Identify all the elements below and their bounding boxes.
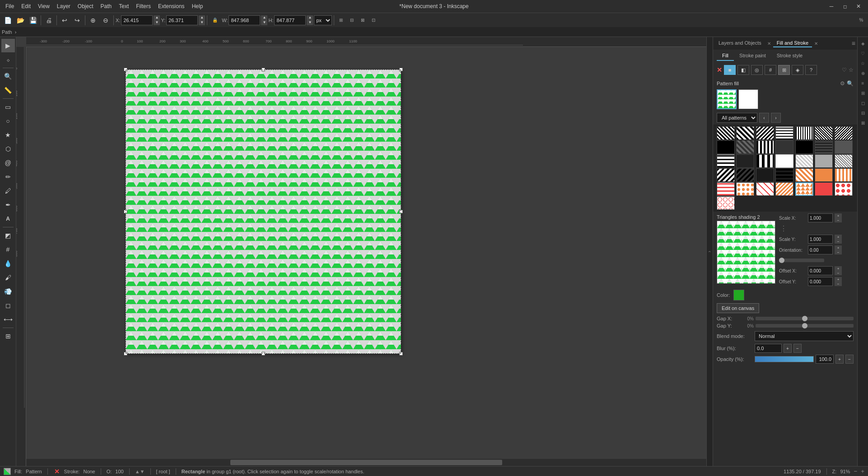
- menu-layer[interactable]: Layer: [53, 2, 74, 10]
- pattern-swatch-14[interactable]: [835, 140, 853, 154]
- pattern-swatch-5[interactable]: [795, 126, 813, 140]
- blank-pattern-preview[interactable]: [738, 89, 758, 109]
- rs-btn-6[interactable]: ⊞: [859, 88, 868, 97]
- opacity-stepper[interactable]: ▲▼: [135, 469, 145, 474]
- scale-x-up[interactable]: +: [835, 213, 842, 218]
- pattern-swatch-red-dots[interactable]: [835, 182, 853, 196]
- offset-y-input[interactable]: [808, 277, 833, 286]
- pattern-swatch-30[interactable]: [736, 182, 754, 196]
- pencil-tool[interactable]: ✏: [1, 170, 15, 184]
- scale-y-input[interactable]: [808, 235, 833, 244]
- h-down-button[interactable]: ▼: [307, 20, 313, 25]
- text-tool[interactable]: A: [1, 212, 15, 226]
- unit-select[interactable]: pxmmin: [314, 15, 332, 25]
- mesh-tool[interactable]: #: [1, 243, 15, 256]
- pattern-swatch-3[interactable]: [756, 126, 774, 140]
- horizontal-scrollbar[interactable]: [26, 459, 706, 466]
- fill-tab-stroke-paint[interactable]: Stroke paint: [734, 51, 771, 61]
- gap-y-slider[interactable]: [756, 324, 854, 328]
- scale-y-up[interactable]: +: [835, 235, 842, 239]
- pattern-search-button[interactable]: 🔍: [847, 80, 854, 87]
- pattern-swatch-25[interactable]: [775, 168, 793, 182]
- fill-tab-stroke-style[interactable]: Stroke style: [771, 51, 808, 61]
- undo-button[interactable]: ↩: [59, 14, 70, 26]
- pattern-swatch-10[interactable]: [756, 140, 774, 154]
- h-up-button[interactable]: ▲: [307, 15, 313, 20]
- menu-file[interactable]: File: [2, 2, 18, 10]
- pattern-swatch-13[interactable]: [815, 140, 833, 154]
- spray-tool[interactable]: 💨: [1, 285, 15, 298]
- zoom-out-button[interactable]: ⊖: [100, 14, 112, 26]
- scale-y-down[interactable]: −: [835, 239, 842, 244]
- y-up-button[interactable]: ▲: [199, 15, 205, 20]
- dropper-tool[interactable]: 💧: [1, 257, 15, 270]
- scrollbar-thumb[interactable]: [230, 460, 502, 465]
- opacity-bar[interactable]: [755, 356, 814, 362]
- edit-on-canvas-button[interactable]: Edit on canvas: [717, 303, 759, 313]
- opacity-up[interactable]: +: [835, 355, 844, 364]
- menu-extensions[interactable]: Extensions: [154, 2, 188, 10]
- pattern-swatch-2[interactable]: [736, 126, 754, 140]
- x-input[interactable]: [121, 15, 153, 25]
- w-input[interactable]: [229, 15, 260, 25]
- pattern-swatch-red-solid[interactable]: [815, 182, 833, 196]
- pattern-swatch-4[interactable]: [775, 126, 793, 140]
- patterns-next-button[interactable]: ›: [771, 113, 781, 123]
- pattern-swatch-red-circles[interactable]: [717, 196, 735, 210]
- new-button[interactable]: 📄: [2, 14, 14, 26]
- x-up-button[interactable]: ▲: [154, 15, 160, 20]
- pattern-swatch-17[interactable]: [756, 154, 774, 168]
- scale-x-input[interactable]: [808, 213, 833, 222]
- pattern-swatch-20[interactable]: [815, 154, 833, 168]
- panel-menu-button[interactable]: ≡: [852, 40, 855, 47]
- rs-btn-5[interactable]: ≡: [859, 79, 868, 88]
- close-button[interactable]: ✕: [853, 0, 864, 12]
- rs-btn-3[interactable]: ☆: [859, 59, 868, 68]
- snap-btn-3[interactable]: ⊠: [358, 15, 368, 25]
- zoom-in-button[interactable]: ⊕: [87, 14, 99, 26]
- rs-btn-4[interactable]: ⊕: [859, 69, 868, 78]
- pattern-swatch-19[interactable]: [795, 154, 813, 168]
- tab-layers-objects[interactable]: Layers and Objects: [715, 39, 765, 47]
- fill-swatch-button[interactable]: ◈: [792, 65, 803, 75]
- orient-down[interactable]: −: [835, 250, 842, 254]
- orientation-input[interactable]: [808, 245, 833, 254]
- pattern-swatch-28[interactable]: [835, 168, 853, 182]
- offset-x-input[interactable]: [808, 266, 833, 275]
- color-swatch[interactable]: [733, 290, 744, 300]
- blur-up[interactable]: +: [784, 344, 792, 353]
- zoom-tool[interactable]: 🔍: [1, 69, 15, 83]
- rs-btn-9[interactable]: ⊠: [859, 118, 868, 127]
- menu-filters[interactable]: Filters: [132, 2, 154, 10]
- pattern-swatch-12[interactable]: [795, 140, 813, 154]
- pattern-swatch-31[interactable]: [756, 182, 774, 196]
- offset-x-down[interactable]: −: [835, 271, 842, 275]
- fill-heart-button[interactable]: ♡: [842, 67, 847, 73]
- fill-pattern-button[interactable]: ⊞: [778, 65, 790, 75]
- pages-tool[interactable]: ⊞: [1, 329, 15, 343]
- zoom-out-status[interactable]: −: [854, 468, 857, 475]
- blend-mode-select[interactable]: Normal Multiply Screen: [755, 331, 854, 341]
- pattern-swatch-29[interactable]: [717, 182, 735, 196]
- zoom-in-status[interactable]: +: [861, 468, 864, 475]
- pattern-swatch-11[interactable]: [775, 140, 793, 154]
- pattern-settings-button[interactable]: ⚙: [840, 80, 845, 87]
- fill-mesh-button[interactable]: #: [765, 65, 776, 75]
- menu-view[interactable]: View: [34, 2, 53, 10]
- blur-input[interactable]: [755, 344, 782, 353]
- lock-scale-icon[interactable]: ⋮: [780, 224, 787, 233]
- patterns-filter-select[interactable]: All patterns Basic Stripes: [717, 113, 757, 123]
- select-tool[interactable]: ▶: [1, 39, 15, 52]
- menu-object[interactable]: Object: [74, 2, 97, 10]
- pen-tool[interactable]: 🖊: [1, 184, 15, 198]
- pattern-swatch-18[interactable]: [775, 154, 793, 168]
- menu-path[interactable]: Path: [97, 2, 116, 10]
- fill-tab-fill[interactable]: Fill: [717, 51, 734, 61]
- fill-radial-button[interactable]: ◎: [751, 65, 763, 75]
- eraser-tool[interactable]: ◻: [1, 299, 15, 312]
- snap-btn-1[interactable]: ⊞: [336, 15, 346, 25]
- pattern-swatch-15[interactable]: [717, 154, 735, 168]
- pattern-swatch-32[interactable]: [775, 182, 793, 196]
- paint-tool[interactable]: 🖌: [1, 271, 15, 284]
- offset-x-up[interactable]: +: [835, 266, 842, 271]
